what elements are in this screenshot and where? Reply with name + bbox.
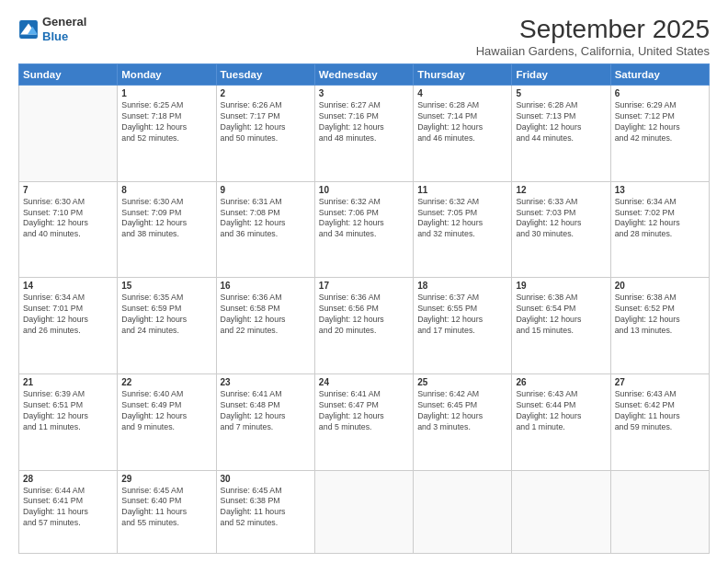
cell-sun-info: Sunrise: 6:34 AM Sunset: 7:02 PM Dayligh… xyxy=(615,197,705,241)
day-number: 29 xyxy=(121,474,211,484)
day-number: 21 xyxy=(23,377,113,387)
weekday-header-wednesday: Wednesday xyxy=(314,64,413,86)
calendar-cell: 24Sunrise: 6:41 AM Sunset: 6:47 PM Dayli… xyxy=(314,373,413,470)
day-number: 22 xyxy=(121,377,211,387)
calendar-cell: 5Sunrise: 6:28 AM Sunset: 7:13 PM Daylig… xyxy=(512,86,610,182)
day-number: 11 xyxy=(417,185,507,195)
cell-sun-info: Sunrise: 6:32 AM Sunset: 7:05 PM Dayligh… xyxy=(417,197,507,241)
cell-sun-info: Sunrise: 6:41 AM Sunset: 6:47 PM Dayligh… xyxy=(319,389,409,433)
day-number: 6 xyxy=(615,88,705,98)
cell-sun-info: Sunrise: 6:41 AM Sunset: 6:48 PM Dayligh… xyxy=(221,389,311,433)
cell-sun-info: Sunrise: 6:36 AM Sunset: 6:58 PM Dayligh… xyxy=(221,293,311,337)
calendar-cell xyxy=(512,470,610,553)
calendar-cell: 13Sunrise: 6:34 AM Sunset: 7:02 PM Dayli… xyxy=(610,181,709,278)
logo-general: General xyxy=(42,15,86,29)
day-number: 19 xyxy=(516,281,606,291)
weekday-header-thursday: Thursday xyxy=(414,64,512,86)
calendar-cell: 18Sunrise: 6:37 AM Sunset: 6:55 PM Dayli… xyxy=(414,278,512,374)
logo-area: General Blue xyxy=(18,15,86,43)
day-number: 10 xyxy=(319,185,409,195)
day-number: 3 xyxy=(319,88,409,98)
calendar-cell: 21Sunrise: 6:39 AM Sunset: 6:51 PM Dayli… xyxy=(19,373,118,470)
calendar-cell xyxy=(414,470,512,553)
day-number: 30 xyxy=(221,474,311,484)
day-number: 17 xyxy=(319,281,409,291)
cell-sun-info: Sunrise: 6:45 AM Sunset: 6:38 PM Dayligh… xyxy=(221,486,311,530)
calendar-cell: 8Sunrise: 6:30 AM Sunset: 7:09 PM Daylig… xyxy=(118,181,216,278)
cell-sun-info: Sunrise: 6:36 AM Sunset: 6:56 PM Dayligh… xyxy=(319,293,409,337)
day-number: 1 xyxy=(121,88,211,98)
day-number: 27 xyxy=(615,377,705,387)
cell-sun-info: Sunrise: 6:38 AM Sunset: 6:52 PM Dayligh… xyxy=(615,293,705,337)
calendar-cell xyxy=(314,470,413,553)
day-number: 28 xyxy=(23,474,113,484)
cell-sun-info: Sunrise: 6:28 AM Sunset: 7:14 PM Dayligh… xyxy=(417,100,507,144)
calendar-cell: 1Sunrise: 6:25 AM Sunset: 7:18 PM Daylig… xyxy=(118,86,216,182)
day-number: 9 xyxy=(221,185,311,195)
cell-sun-info: Sunrise: 6:30 AM Sunset: 7:10 PM Dayligh… xyxy=(23,197,113,241)
cell-sun-info: Sunrise: 6:33 AM Sunset: 7:03 PM Dayligh… xyxy=(516,197,606,241)
cell-sun-info: Sunrise: 6:43 AM Sunset: 6:44 PM Dayligh… xyxy=(516,389,606,433)
calendar-cell: 26Sunrise: 6:43 AM Sunset: 6:44 PM Dayli… xyxy=(512,373,610,470)
weekday-header-friday: Friday xyxy=(512,64,610,86)
day-number: 7 xyxy=(23,185,113,195)
calendar-cell: 14Sunrise: 6:34 AM Sunset: 7:01 PM Dayli… xyxy=(19,278,118,374)
calendar-cell: 28Sunrise: 6:44 AM Sunset: 6:41 PM Dayli… xyxy=(19,470,118,553)
cell-sun-info: Sunrise: 6:31 AM Sunset: 7:08 PM Dayligh… xyxy=(221,197,311,241)
calendar-cell xyxy=(19,86,118,182)
week-row-1: 1Sunrise: 6:25 AM Sunset: 7:18 PM Daylig… xyxy=(19,86,710,182)
day-number: 4 xyxy=(417,88,507,98)
calendar-cell: 22Sunrise: 6:40 AM Sunset: 6:49 PM Dayli… xyxy=(118,373,216,470)
calendar-cell: 20Sunrise: 6:38 AM Sunset: 6:52 PM Dayli… xyxy=(610,278,709,374)
day-number: 20 xyxy=(615,281,705,291)
day-number: 16 xyxy=(221,281,311,291)
cell-sun-info: Sunrise: 6:35 AM Sunset: 6:59 PM Dayligh… xyxy=(121,293,211,337)
location: Hawaiian Gardens, California, United Sta… xyxy=(476,44,710,58)
cell-sun-info: Sunrise: 6:25 AM Sunset: 7:18 PM Dayligh… xyxy=(121,100,211,144)
weekday-header-row: SundayMondayTuesdayWednesdayThursdayFrid… xyxy=(19,64,710,86)
calendar-cell: 23Sunrise: 6:41 AM Sunset: 6:48 PM Dayli… xyxy=(216,373,314,470)
calendar-cell: 4Sunrise: 6:28 AM Sunset: 7:14 PM Daylig… xyxy=(414,86,512,182)
calendar-cell: 3Sunrise: 6:27 AM Sunset: 7:16 PM Daylig… xyxy=(314,86,413,182)
page: General Blue September 2025 Hawaiian Gar… xyxy=(0,0,728,563)
day-number: 23 xyxy=(221,377,311,387)
cell-sun-info: Sunrise: 6:30 AM Sunset: 7:09 PM Dayligh… xyxy=(121,197,211,241)
day-number: 13 xyxy=(615,185,705,195)
weekday-header-monday: Monday xyxy=(118,64,216,86)
calendar-cell: 17Sunrise: 6:36 AM Sunset: 6:56 PM Dayli… xyxy=(314,278,413,374)
month-title: September 2025 xyxy=(476,15,710,44)
weekday-header-saturday: Saturday xyxy=(610,64,709,86)
title-area: September 2025 Hawaiian Gardens, Califor… xyxy=(476,15,710,58)
calendar-cell: 2Sunrise: 6:26 AM Sunset: 7:17 PM Daylig… xyxy=(216,86,314,182)
cell-sun-info: Sunrise: 6:26 AM Sunset: 7:17 PM Dayligh… xyxy=(221,100,311,144)
logo-icon xyxy=(18,19,39,40)
header: General Blue September 2025 Hawaiian Gar… xyxy=(18,15,710,58)
day-number: 15 xyxy=(121,281,211,291)
day-number: 25 xyxy=(417,377,507,387)
day-number: 5 xyxy=(516,88,606,98)
cell-sun-info: Sunrise: 6:32 AM Sunset: 7:06 PM Dayligh… xyxy=(319,197,409,241)
week-row-2: 7Sunrise: 6:30 AM Sunset: 7:10 PM Daylig… xyxy=(19,181,710,278)
cell-sun-info: Sunrise: 6:38 AM Sunset: 6:54 PM Dayligh… xyxy=(516,293,606,337)
calendar-cell: 16Sunrise: 6:36 AM Sunset: 6:58 PM Dayli… xyxy=(216,278,314,374)
calendar-cell: 7Sunrise: 6:30 AM Sunset: 7:10 PM Daylig… xyxy=(19,181,118,278)
day-number: 12 xyxy=(516,185,606,195)
calendar-cell: 30Sunrise: 6:45 AM Sunset: 6:38 PM Dayli… xyxy=(216,470,314,553)
cell-sun-info: Sunrise: 6:28 AM Sunset: 7:13 PM Dayligh… xyxy=(516,100,606,144)
cell-sun-info: Sunrise: 6:34 AM Sunset: 7:01 PM Dayligh… xyxy=(23,293,113,337)
cell-sun-info: Sunrise: 6:43 AM Sunset: 6:42 PM Dayligh… xyxy=(615,389,705,433)
cell-sun-info: Sunrise: 6:29 AM Sunset: 7:12 PM Dayligh… xyxy=(615,100,705,144)
calendar-cell: 12Sunrise: 6:33 AM Sunset: 7:03 PM Dayli… xyxy=(512,181,610,278)
calendar-cell: 15Sunrise: 6:35 AM Sunset: 6:59 PM Dayli… xyxy=(118,278,216,374)
calendar-cell xyxy=(610,470,709,553)
cell-sun-info: Sunrise: 6:37 AM Sunset: 6:55 PM Dayligh… xyxy=(417,293,507,337)
day-number: 14 xyxy=(23,281,113,291)
calendar-cell: 27Sunrise: 6:43 AM Sunset: 6:42 PM Dayli… xyxy=(610,373,709,470)
cell-sun-info: Sunrise: 6:45 AM Sunset: 6:40 PM Dayligh… xyxy=(121,486,211,530)
calendar-cell: 6Sunrise: 6:29 AM Sunset: 7:12 PM Daylig… xyxy=(610,86,709,182)
calendar-cell: 11Sunrise: 6:32 AM Sunset: 7:05 PM Dayli… xyxy=(414,181,512,278)
cell-sun-info: Sunrise: 6:44 AM Sunset: 6:41 PM Dayligh… xyxy=(23,486,113,530)
calendar-table: SundayMondayTuesdayWednesdayThursdayFrid… xyxy=(18,63,710,554)
day-number: 2 xyxy=(221,88,311,98)
week-row-3: 14Sunrise: 6:34 AM Sunset: 7:01 PM Dayli… xyxy=(19,278,710,374)
